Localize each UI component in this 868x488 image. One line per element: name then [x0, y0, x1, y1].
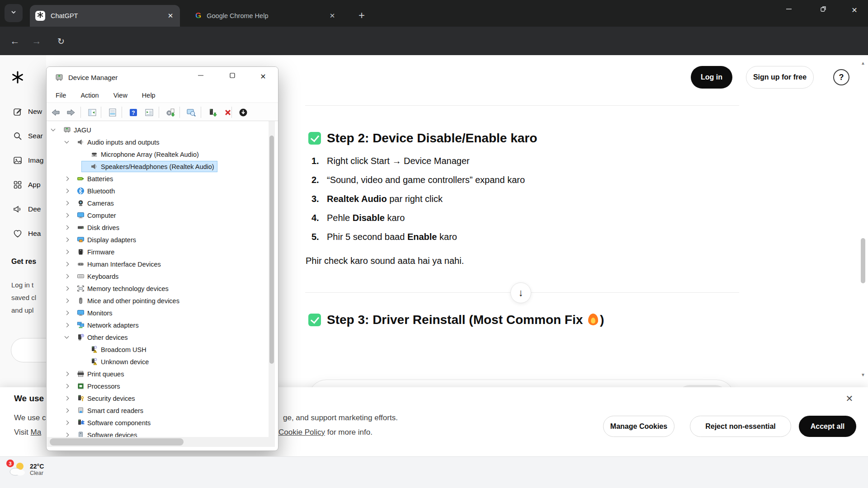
- menu-help[interactable]: Help: [137, 90, 161, 101]
- tab-search-button[interactable]: [5, 4, 23, 22]
- tree-item-processors[interactable]: Processors: [47, 380, 268, 392]
- tree-item-speakers-headphones-realtek-audio[interactable]: Speakers/Headphones (Realtek Audio): [47, 160, 268, 173]
- tree-item-other-devices[interactable]: ?Other devices: [47, 331, 268, 343]
- tree-collapse-chevron[interactable]: [65, 334, 69, 339]
- tree-expand-chevron[interactable]: [65, 250, 69, 254]
- tree-expand-chevron[interactable]: [65, 225, 69, 230]
- tree-item-display-adapters[interactable]: Display adapters: [47, 234, 268, 246]
- tree-expand-chevron[interactable]: [65, 299, 69, 303]
- tree-expand-chevron[interactable]: [65, 274, 69, 279]
- tree-item-microphone-array-realtek-audio[interactable]: Microphone Array (Realtek Audio): [47, 148, 268, 160]
- tab-chatgpt[interactable]: ChatGPT ✕: [30, 5, 180, 27]
- sidebar-item-app[interactable]: App: [0, 175, 46, 195]
- tree-expand-chevron[interactable]: [65, 262, 69, 267]
- tree-item-monitors[interactable]: Monitors: [47, 307, 268, 319]
- tree-item-smart-card-readers[interactable]: Smart card readers: [47, 404, 268, 417]
- cookie-banner-link[interactable]: Ma: [31, 428, 42, 436]
- tree-expand-chevron[interactable]: [65, 372, 69, 376]
- tree-expand-chevron[interactable]: [65, 311, 69, 315]
- tree-item-disk-drives[interactable]: Disk drives: [47, 221, 268, 234]
- dm-vertical-scrollbar-thumb[interactable]: [269, 136, 274, 364]
- tree-expand-chevron[interactable]: [65, 433, 69, 437]
- tree-item-human-interface-devices[interactable]: Human Interface Devices: [47, 258, 268, 270]
- dm-minimize-button[interactable]: [190, 67, 211, 86]
- tree-item-mice-and-other-pointing-devices[interactable]: Mice and other pointing devices: [47, 295, 268, 307]
- dm-horizontal-scrollbar-thumb[interactable]: [50, 438, 184, 446]
- tree-expand-chevron[interactable]: [65, 384, 69, 389]
- tree-item-firmware[interactable]: Firmware: [47, 246, 268, 258]
- back-icon[interactable]: [49, 106, 61, 118]
- accept-all-button[interactable]: Accept all: [799, 416, 856, 437]
- cookie-policy-link[interactable]: Cookie Policy: [278, 428, 325, 436]
- tree-item-security-devices[interactable]: Security devices: [47, 392, 268, 404]
- scan-hardware-icon[interactable]: [185, 106, 197, 118]
- tree-item-network-adapters[interactable]: Network adapters: [47, 319, 268, 331]
- tree-item-batteries[interactable]: Batteries: [47, 173, 268, 185]
- tree-item-audio-inputs-and-outputs[interactable]: Audio inputs and outputs: [47, 136, 268, 148]
- tree-expand-chevron[interactable]: [65, 421, 69, 425]
- tab-google-chrome-help[interactable]: G Google Chrome Help ✕: [190, 5, 342, 27]
- properties-icon[interactable]: [106, 106, 118, 118]
- help-icon[interactable]: ?: [127, 106, 139, 118]
- signup-button[interactable]: Sign up for free: [746, 66, 814, 89]
- tree-expand-chevron[interactable]: [65, 238, 69, 242]
- tree-item-computer[interactable]: Computer: [47, 209, 268, 221]
- tree-item-software-devices[interactable]: Software devices: [47, 429, 268, 437]
- window-minimize-button[interactable]: [776, 0, 802, 20]
- dm-maximize-button[interactable]: [222, 67, 243, 86]
- manage-cookies-button[interactable]: Manage Cookies: [603, 416, 675, 437]
- cookie-banner-close-icon[interactable]: ✕: [844, 393, 855, 404]
- new-tab-button[interactable]: +: [354, 7, 370, 23]
- dm-vertical-scrollbar[interactable]: [269, 121, 275, 437]
- tree-item-cameras[interactable]: Cameras: [47, 197, 268, 209]
- tree-expand-chevron[interactable]: [65, 213, 69, 218]
- sidebar-item-sear[interactable]: Sear: [0, 126, 46, 146]
- tab-close-icon[interactable]: ✕: [328, 12, 336, 20]
- scrollbar-down-arrow[interactable]: ▼: [861, 372, 866, 377]
- tree-expand-chevron[interactable]: [65, 286, 69, 291]
- tree-expand-chevron[interactable]: [65, 323, 69, 328]
- sidebar-item-new[interactable]: New: [0, 102, 46, 122]
- list-view-icon[interactable]: [143, 106, 155, 118]
- page-scrollbar-thumb[interactable]: [861, 238, 865, 283]
- window-close-button[interactable]: ✕: [841, 0, 868, 20]
- tree-collapse-chevron[interactable]: [65, 139, 69, 144]
- tree-item-software-components[interactable]: Software components: [47, 417, 268, 429]
- tree-expand-chevron[interactable]: [65, 396, 69, 401]
- tree-item-keyboards[interactable]: Keyboards: [47, 270, 268, 282]
- tab-close-icon[interactable]: ✕: [166, 12, 175, 20]
- tree-item-print-queues[interactable]: Print queues: [47, 368, 268, 380]
- menu-view[interactable]: View: [108, 90, 133, 101]
- menu-action[interactable]: Action: [75, 90, 104, 101]
- tree-expand-chevron[interactable]: [65, 201, 69, 206]
- back-icon[interactable]: ←: [7, 33, 23, 49]
- tree-item-memory-technology-devices[interactable]: Memory technology devices: [47, 282, 268, 295]
- sidebar-item-dee[interactable]: Dee: [0, 199, 46, 219]
- scroll-to-bottom-button[interactable]: ↓: [510, 282, 531, 303]
- enable-device-icon[interactable]: [206, 106, 218, 118]
- disable-device-icon[interactable]: [237, 106, 249, 118]
- reject-non-essential-button[interactable]: Reject non-essential: [690, 416, 791, 437]
- device-manager-titlebar[interactable]: Device Manager ✕: [47, 67, 278, 88]
- tree-expand-chevron[interactable]: [65, 189, 69, 193]
- sidebar-item-hea[interactable]: Hea: [0, 224, 46, 244]
- forward-icon[interactable]: →: [29, 33, 44, 49]
- tree-item-bluetooth[interactable]: Bluetooth: [47, 185, 268, 197]
- scrollbar-up-arrow[interactable]: ▲: [861, 61, 866, 66]
- reload-icon[interactable]: ↻: [53, 33, 69, 49]
- update-driver-icon[interactable]: [164, 106, 176, 118]
- menu-file[interactable]: File: [50, 90, 71, 101]
- console-tree-icon[interactable]: [86, 106, 98, 118]
- weather-widget[interactable]: 3 22°C Clear: [8, 460, 44, 479]
- help-button[interactable]: ?: [833, 69, 849, 85]
- tree-collapse-chevron[interactable]: [51, 127, 56, 131]
- dm-horizontal-scrollbar[interactable]: [47, 437, 275, 447]
- tree-expand-chevron[interactable]: [65, 408, 69, 413]
- window-restore-button[interactable]: [810, 0, 836, 20]
- login-button[interactable]: Log in: [691, 66, 732, 89]
- forward-icon[interactable]: [65, 106, 77, 118]
- tree-expand-chevron[interactable]: [65, 177, 69, 181]
- tree-item-jagu[interactable]: JAGU: [47, 124, 268, 136]
- dm-close-button[interactable]: ✕: [253, 67, 274, 86]
- tree-item-broadcom-ush[interactable]: Broadcom USH: [47, 343, 268, 356]
